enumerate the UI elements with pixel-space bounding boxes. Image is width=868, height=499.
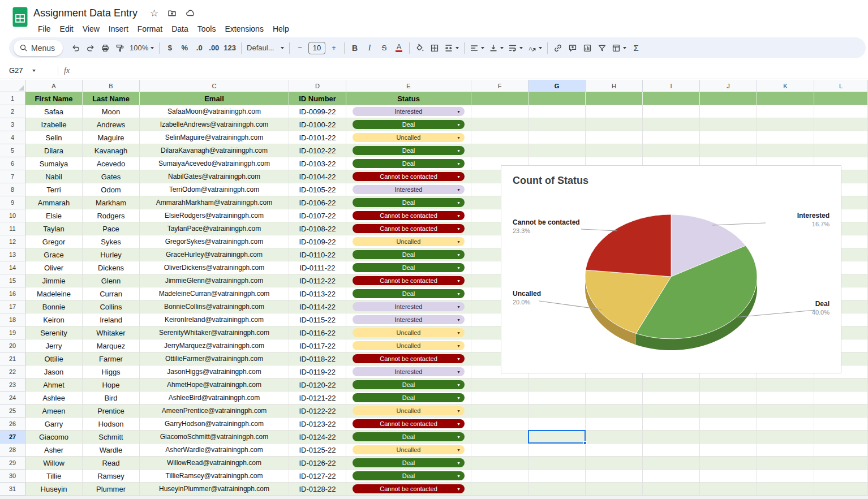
cell-D16[interactable]: ID-0113-22 xyxy=(289,287,346,300)
cell-F29[interactable] xyxy=(471,457,528,470)
cell-D9[interactable]: ID-0106-22 xyxy=(289,196,346,209)
cell-C26[interactable]: GarryHodson@vatrainingph.com xyxy=(140,418,289,431)
status-chip[interactable]: Deal▼ xyxy=(353,471,465,480)
status-chip[interactable]: Cannot be contacted▼ xyxy=(353,419,465,428)
cell-B14[interactable]: Dickens xyxy=(83,261,140,274)
cell-F23[interactable] xyxy=(471,378,528,392)
cell-D13[interactable]: ID-0110-22 xyxy=(289,248,346,261)
col-header-L[interactable]: L xyxy=(814,80,868,92)
status-chip[interactable]: Interested▼ xyxy=(353,315,465,324)
cell-C25[interactable]: AmeenPrentice@vatrainingph.com xyxy=(140,405,289,418)
cell-D2[interactable]: ID-0099-22 xyxy=(289,105,346,118)
horizontal-align-button[interactable] xyxy=(467,41,487,55)
strikethrough-button[interactable]: S xyxy=(377,41,392,55)
cell-A2[interactable]: Safaa xyxy=(25,105,83,118)
cloud-status-icon[interactable] xyxy=(186,8,195,18)
cell-I28[interactable] xyxy=(643,444,700,457)
cell-A17[interactable]: Bonnie xyxy=(25,300,83,313)
cell-J29[interactable] xyxy=(700,457,757,470)
status-chip[interactable]: Cannot be contacted▼ xyxy=(353,484,465,493)
menu-file[interactable]: File xyxy=(33,23,55,35)
cell-I31[interactable] xyxy=(643,483,700,496)
col-header-F[interactable]: F xyxy=(471,80,528,92)
redo-button[interactable] xyxy=(83,41,98,55)
cell-C20[interactable]: JerryMarquez@vatrainingph.com xyxy=(140,339,289,352)
vertical-align-button[interactable] xyxy=(487,41,506,55)
row-header-21[interactable]: 21 xyxy=(0,352,25,365)
row-header-15[interactable]: 15 xyxy=(0,274,25,287)
status-chip[interactable]: Deal▼ xyxy=(353,159,465,168)
col-header-J[interactable]: J xyxy=(700,80,757,92)
status-chip[interactable]: Deal▼ xyxy=(353,120,465,129)
cell-K25[interactable] xyxy=(757,405,814,418)
cell-I26[interactable] xyxy=(643,418,700,431)
cell-F2[interactable] xyxy=(471,105,528,118)
cell-E26[interactable]: Cannot be contacted▼ xyxy=(346,418,471,431)
cell-H23[interactable] xyxy=(586,378,643,392)
cell-D5[interactable]: ID-0102-22 xyxy=(289,144,346,157)
cell-I23[interactable] xyxy=(643,378,700,392)
cell-L31[interactable] xyxy=(814,483,868,496)
cell-C27[interactable]: GiacomoSchmitt@vatrainingph.com xyxy=(140,431,289,444)
cell-C2[interactable]: SafaaMoon@vatrainingph.com xyxy=(140,105,289,118)
undo-button[interactable] xyxy=(68,41,83,55)
col-header-B[interactable]: B xyxy=(83,80,140,92)
row-header-14[interactable]: 14 xyxy=(0,261,25,274)
cell-E15[interactable]: Cannot be contacted▼ xyxy=(346,274,471,287)
cell-J30[interactable] xyxy=(700,470,757,483)
cell-D22[interactable]: ID-0119-22 xyxy=(289,365,346,378)
row-header-4[interactable]: 4 xyxy=(0,131,25,144)
col-header-C[interactable]: C xyxy=(140,80,289,92)
zoom-select[interactable]: 100% xyxy=(127,41,156,55)
pie-slice-cannot-be-contacted[interactable] xyxy=(586,214,671,277)
row-header-31[interactable]: 31 xyxy=(0,483,25,496)
cell-L27[interactable] xyxy=(814,431,868,444)
status-chart[interactable]: Count of Status Interested16.7%Deal40.0%… xyxy=(501,165,841,373)
cell-B19[interactable]: Whitaker xyxy=(83,326,140,339)
cell-A23[interactable]: Ahmet xyxy=(25,378,83,392)
status-chip[interactable]: Deal▼ xyxy=(353,393,465,402)
cell-K26[interactable] xyxy=(757,418,814,431)
cell-F5[interactable] xyxy=(471,144,528,157)
cell-A30[interactable]: Tillie xyxy=(25,470,83,483)
cell-D17[interactable]: ID-0114-22 xyxy=(289,300,346,313)
cell-G24[interactable] xyxy=(528,392,586,405)
status-chip[interactable]: Deal▼ xyxy=(353,380,465,389)
status-chip[interactable]: Uncalled▼ xyxy=(353,237,465,246)
text-color-button[interactable]: A xyxy=(392,41,406,55)
cell-C9[interactable]: AmmarahMarkham@vatrainingph.com xyxy=(140,196,289,209)
increase-decimal-button[interactable]: .00 xyxy=(207,41,221,55)
cell-E9[interactable]: Deal▼ xyxy=(346,196,471,209)
cell-A3[interactable]: Izabelle xyxy=(25,118,83,131)
col-header-K[interactable]: K xyxy=(757,80,814,92)
cell-E21[interactable]: Cannot be contacted▼ xyxy=(346,352,471,365)
cell-A5[interactable]: Dilara xyxy=(25,144,83,157)
cell-K2[interactable] xyxy=(757,105,814,118)
cell-C13[interactable]: GraceHurley@vatrainingph.com xyxy=(140,248,289,261)
cell-F30[interactable] xyxy=(471,470,528,483)
row-header-5[interactable]: 5 xyxy=(0,144,25,157)
cell-G29[interactable] xyxy=(528,457,586,470)
active-cell-outline[interactable] xyxy=(528,430,586,444)
row-header-18[interactable]: 18 xyxy=(0,313,25,326)
status-chip[interactable]: Uncalled▼ xyxy=(353,445,465,454)
cell-K3[interactable] xyxy=(757,118,814,131)
cell-E22[interactable]: Interested▼ xyxy=(346,365,471,378)
cell-J5[interactable] xyxy=(700,144,757,157)
cell-H1[interactable] xyxy=(586,92,643,105)
cell-G5[interactable] xyxy=(528,144,586,157)
italic-button[interactable]: I xyxy=(362,41,377,55)
cell-I3[interactable] xyxy=(643,118,700,131)
functions-button[interactable]: Σ xyxy=(629,41,643,55)
sheets-logo-icon[interactable] xyxy=(12,7,28,29)
cell-H2[interactable] xyxy=(586,105,643,118)
row-header-27[interactable]: 27 xyxy=(0,431,25,444)
cell-L25[interactable] xyxy=(814,405,868,418)
status-chip[interactable]: Uncalled▼ xyxy=(353,328,465,337)
cell-A18[interactable]: Keiron xyxy=(25,313,83,326)
cell-G23[interactable] xyxy=(528,378,586,392)
status-chip[interactable]: Interested▼ xyxy=(353,185,465,194)
cell-H31[interactable] xyxy=(586,483,643,496)
cell-D25[interactable]: ID-0122-22 xyxy=(289,405,346,418)
formula-input[interactable] xyxy=(70,62,868,79)
